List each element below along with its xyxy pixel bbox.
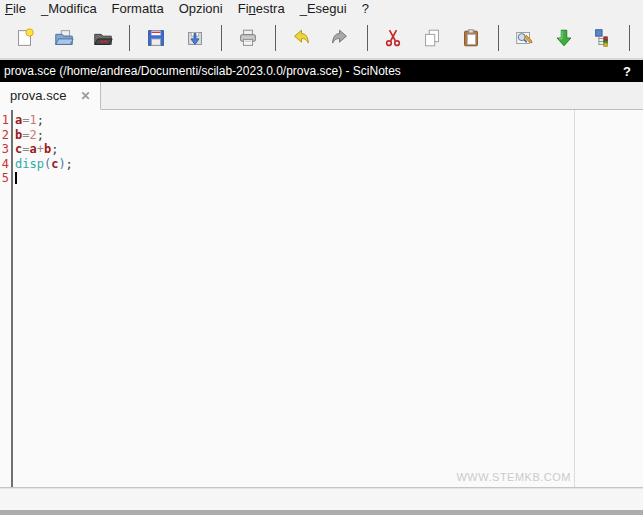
menu-finestra[interactable]: Finestra — [238, 1, 285, 16]
save-and-execute-icon — [553, 27, 575, 49]
line-number: 4 — [0, 157, 9, 172]
code-text[interactable]: a=1;b=2;c=a+b;disp(c); — [15, 113, 73, 186]
code-navigator-button[interactable] — [590, 25, 615, 51]
code-line: b=2; — [15, 128, 73, 143]
toolbar-separator — [221, 25, 222, 51]
line-number: 5 — [0, 171, 9, 186]
save-as-icon — [184, 27, 206, 49]
line-number: 3 — [0, 142, 9, 157]
search-replace-icon — [513, 27, 535, 49]
menu-opzioni[interactable]: Opzioni — [179, 1, 223, 16]
code-line: disp(c); — [15, 157, 73, 172]
print-icon — [237, 27, 259, 49]
menu-?[interactable]: ? — [362, 1, 369, 16]
code-line: c=a+b; — [15, 142, 73, 157]
menu-modifica[interactable]: _Modifica — [41, 1, 97, 16]
horizontal-scrollbar[interactable] — [0, 510, 643, 515]
open-file-in-icon — [92, 27, 114, 49]
column-guide-line — [574, 110, 575, 487]
menu-formatta[interactable]: Formatta — [112, 1, 164, 16]
save-icon — [145, 27, 167, 49]
save-and-execute-button[interactable] — [551, 25, 576, 51]
menubar: File_ModificaFormattaOpzioniFinestra_Ese… — [0, 0, 643, 17]
line-number-gutter: 12345 — [0, 113, 9, 186]
new-file-button[interactable] — [12, 25, 37, 51]
save-button[interactable] — [143, 25, 168, 51]
redo-button[interactable] — [328, 25, 353, 51]
undo-icon — [290, 27, 312, 49]
toolbar-separator — [367, 25, 368, 51]
gutter-separator — [11, 110, 13, 487]
open-file-icon — [53, 27, 75, 49]
copy-button[interactable] — [420, 25, 445, 51]
redo-icon — [329, 27, 351, 49]
tab-label: prova.sce — [10, 88, 66, 103]
scinotes-window: File_ModificaFormattaOpzioniFinestra_Ese… — [0, 0, 643, 515]
cut-icon — [382, 27, 404, 49]
new-file-icon — [14, 27, 36, 49]
search-replace-button[interactable] — [512, 25, 537, 51]
help-icon[interactable]: ? — [623, 64, 631, 79]
undo-button[interactable] — [288, 25, 313, 51]
print-button[interactable] — [235, 25, 260, 51]
copy-icon — [421, 27, 443, 49]
toolbar-separator — [629, 25, 630, 51]
code-line — [15, 171, 73, 186]
toolbar-separator — [275, 25, 276, 51]
window-title-bar: prova.sce (/home/andrea/Documenti/scilab… — [0, 60, 643, 82]
toolbar — [0, 17, 643, 60]
open-file-button[interactable] — [51, 25, 76, 51]
paste-button[interactable] — [459, 25, 484, 51]
save-as-button[interactable] — [182, 25, 207, 51]
tab-close-icon[interactable]: ✕ — [80, 89, 90, 103]
watermark: WWW.STEMKB.COM — [456, 471, 571, 483]
line-number: 1 — [0, 113, 9, 128]
bottom-strip — [0, 488, 643, 510]
tab-bar: prova.sce✕ — [0, 82, 643, 110]
open-file-in-button[interactable] — [90, 25, 115, 51]
paste-icon — [460, 27, 482, 49]
toolbar-separator — [129, 25, 130, 51]
code-editor[interactable]: 12345 a=1;b=2;c=a+b;disp(c); WWW.STEMKB.… — [0, 110, 643, 488]
menu-esegui[interactable]: _Esegui — [300, 1, 347, 16]
window-title: prova.sce (/home/andrea/Documenti/scilab… — [4, 64, 401, 78]
menu-file[interactable]: File — [5, 1, 26, 16]
cut-button[interactable] — [381, 25, 406, 51]
line-number: 2 — [0, 128, 9, 143]
code-line: a=1; — [15, 113, 73, 128]
code-navigator-icon — [592, 27, 614, 49]
tab-prova.sce[interactable]: prova.sce✕ — [0, 82, 101, 110]
toolbar-separator — [498, 25, 499, 51]
text-cursor — [15, 172, 17, 184]
